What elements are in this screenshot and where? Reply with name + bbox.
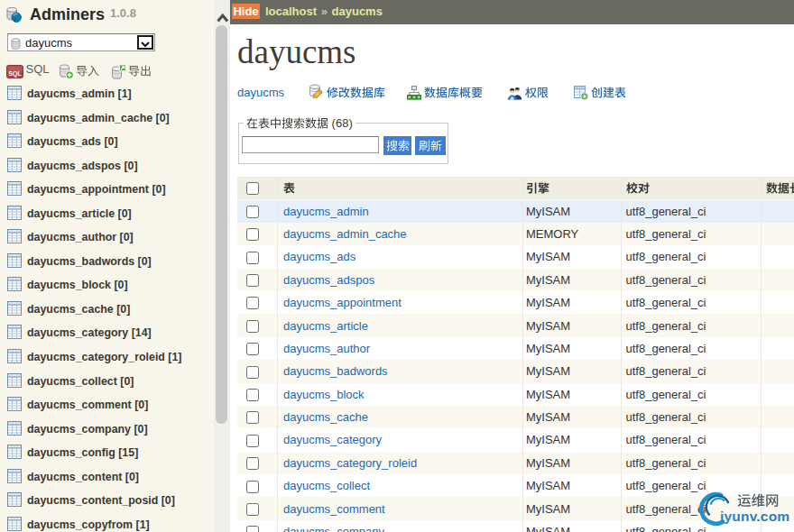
svg-text:SQL: SQL [8, 69, 22, 77]
